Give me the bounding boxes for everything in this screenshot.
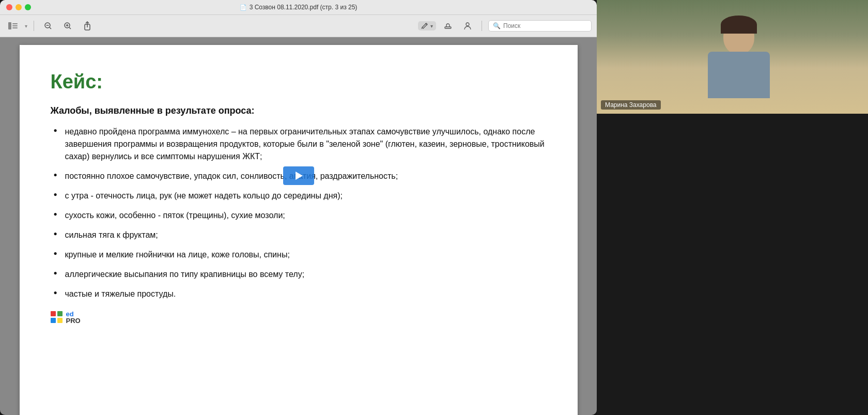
- close-button[interactable]: [6, 4, 12, 10]
- divider-1: [34, 21, 34, 31]
- person-body: [708, 52, 770, 98]
- logo-sq-green: [57, 311, 63, 316]
- logo-sq-red: [51, 311, 56, 316]
- window-controls: [6, 4, 31, 10]
- share-button[interactable]: [80, 19, 95, 33]
- play-button[interactable]: [283, 166, 314, 185]
- list-item: частые и тяжелые простуды.: [51, 288, 547, 300]
- svg-rect-1: [12, 23, 18, 24]
- list-item: недавно пройдена программа иммунохелс – …: [51, 126, 547, 163]
- list-item: крупные и мелкие гнойнички на лице, коже…: [51, 249, 547, 261]
- svg-rect-0: [8, 22, 11, 29]
- play-icon: [296, 172, 303, 180]
- search-box[interactable]: 🔍: [488, 20, 592, 32]
- pdf-page-title: Кейс:: [51, 71, 547, 93]
- svg-line-6: [50, 27, 51, 29]
- list-item: сухость кожи, особенно - пяток (трещины)…: [51, 209, 547, 222]
- toolbar: ▾: [0, 14, 597, 37]
- camera-person: [708, 18, 770, 98]
- logo-text: ed PRO: [66, 311, 81, 324]
- person-hair: [721, 16, 757, 34]
- stamp-button[interactable]: [440, 19, 456, 33]
- pdf-page: Кейс: Жалобы, выявленные в результате оп…: [20, 45, 578, 415]
- svg-rect-15: [445, 27, 451, 28]
- pdf-bullet-list: недавно пройдена программа иммунохелс – …: [51, 126, 547, 300]
- logo-sq-yellow: [57, 318, 63, 323]
- maximize-button[interactable]: [25, 4, 31, 10]
- document-icon: 📄: [240, 4, 247, 11]
- window-title: 📄 3 Созвон 08.11.2020.pdf (стр. 3 из 25): [240, 4, 358, 11]
- sign-button[interactable]: [460, 19, 475, 33]
- right-panel: Марина Захарова: [597, 0, 868, 415]
- pdf-viewer-window: 📄 3 Созвон 08.11.2020.pdf (стр. 3 из 25)…: [0, 0, 597, 415]
- video-play-overlay[interactable]: [283, 166, 314, 185]
- search-input[interactable]: [503, 22, 587, 29]
- svg-rect-2: [12, 25, 18, 26]
- list-item: аллергические высыпания по типу крапивни…: [51, 268, 547, 281]
- pencil-icon: [421, 22, 428, 29]
- list-item: с утра - отечность лица, рук (не может н…: [51, 190, 547, 202]
- ed-pro-logo: ed PRO: [51, 311, 547, 324]
- pdf-page-subtitle: Жалобы, выявленные в результате опроса:: [51, 105, 547, 116]
- logo-sq-blue: [51, 318, 56, 323]
- logo-squares: [51, 311, 63, 324]
- camera-feed: Марина Захарова: [597, 0, 868, 114]
- minimize-button[interactable]: [16, 4, 22, 10]
- person-head: [723, 18, 754, 54]
- svg-line-13: [422, 27, 422, 29]
- zoom-in-button[interactable]: [60, 19, 75, 33]
- logo-pro-part: PRO: [66, 317, 81, 325]
- zoom-out-button[interactable]: [40, 19, 56, 33]
- rest-panel: [597, 114, 868, 415]
- pencil-dropdown-arrow: ▾: [430, 23, 433, 29]
- svg-line-10: [69, 27, 71, 29]
- svg-point-16: [466, 23, 469, 26]
- sidebar-toggle-button[interactable]: [5, 19, 21, 33]
- svg-rect-3: [12, 27, 18, 28]
- person-figure: [708, 18, 770, 98]
- search-icon: 🔍: [493, 22, 501, 29]
- annotation-tools[interactable]: ▾: [418, 21, 436, 30]
- pdf-content-area[interactable]: Кейс: Жалобы, выявленные в результате оп…: [0, 37, 597, 415]
- camera-person-label: Марина Захарова: [601, 100, 661, 110]
- divider-2: [482, 21, 482, 31]
- chevron-down-icon: ▾: [25, 23, 27, 29]
- title-bar: 📄 3 Созвон 08.11.2020.pdf (стр. 3 из 25): [0, 0, 597, 14]
- list-item: сильная тяга к фруктам;: [51, 229, 547, 241]
